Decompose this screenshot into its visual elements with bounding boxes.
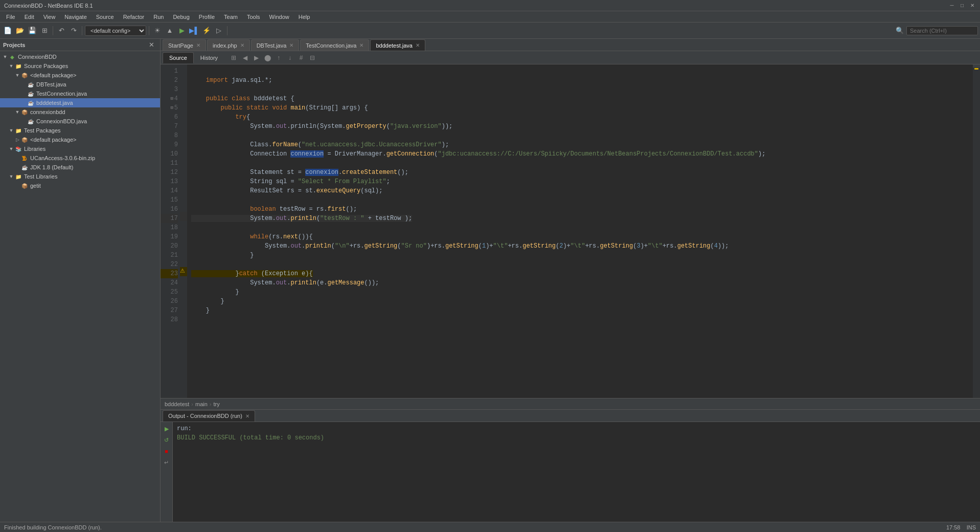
tree-arrow-test-packages[interactable]: ▼: [8, 128, 14, 133]
tree-item-connexionbdd[interactable]: ▼ ◆ ConnexionBDD: [0, 52, 160, 61]
tree-label-ucanaccess: UCanAccess-3.0.6-bin.zip: [30, 155, 95, 161]
config-selector[interactable]: <default config>: [85, 26, 146, 36]
tab-testconnection-close[interactable]: ✕: [359, 42, 363, 48]
output-sidebar: ▶ ↺ ■ ↵: [161, 422, 173, 522]
next-bookmark-icon[interactable]: ▶: [251, 53, 261, 63]
tree-arrow-connexionbdd[interactable]: ▼: [2, 54, 8, 59]
output-wrap-button[interactable]: ↵: [162, 458, 171, 467]
tree-label-test-packages: Test Packages: [24, 127, 61, 134]
tree-label-getit: getit: [30, 183, 41, 189]
open-project-button[interactable]: 📂: [14, 25, 26, 36]
output-run-button[interactable]: ▶: [162, 424, 171, 433]
tree-arrow-connexionbdd-pkg[interactable]: ▼: [14, 109, 20, 115]
bdddetest-icon: ☕: [27, 99, 35, 107]
tree-label-testconn: TestConnection.java: [36, 91, 87, 97]
projects-close-button[interactable]: ✕: [146, 39, 157, 51]
menu-tools[interactable]: Tools: [243, 13, 264, 21]
tree-arrow-test-libraries[interactable]: ▼: [8, 174, 14, 179]
breadcrumb-bdddetest[interactable]: bdddetest: [165, 401, 189, 407]
menu-refactor[interactable]: Refactor: [119, 13, 149, 21]
new-project-button[interactable]: 📄: [2, 25, 13, 36]
menu-file[interactable]: File: [2, 13, 19, 21]
tree-item-bdddetest[interactable]: ☕ bdddetest.java: [0, 98, 160, 107]
output-tab-run-close[interactable]: ✕: [245, 413, 249, 419]
tab-index-php[interactable]: index.php ✕: [207, 39, 250, 51]
maximize-button[interactable]: □: [959, 2, 966, 9]
prev-error-icon[interactable]: ↑: [274, 53, 284, 63]
tab-testconnection[interactable]: TestConnection.java ✕: [300, 39, 369, 51]
tab-bdddetest[interactable]: bdddetest.java ✕: [370, 39, 425, 51]
next-error-icon[interactable]: ↓: [285, 53, 295, 63]
tree-item-test-libraries[interactable]: ▼ 📁 Test Libraries: [0, 172, 160, 181]
fold-gutter: ⚠: [180, 64, 187, 398]
tree-arrow-source-packages[interactable]: ▼: [8, 63, 14, 69]
menu-edit[interactable]: Edit: [20, 13, 38, 21]
tab-index-php-close[interactable]: ✕: [240, 42, 244, 48]
toggle-linenum-icon[interactable]: #: [296, 53, 306, 63]
tab-dbtest[interactable]: DBTest.java ✕: [251, 39, 300, 51]
menu-debug[interactable]: Debug: [169, 13, 193, 21]
tab-startpage-close[interactable]: ✕: [196, 42, 200, 48]
tree-item-default-pkg2[interactable]: ▷ 📦 <default package>: [0, 135, 160, 144]
global-search-input[interactable]: [906, 26, 978, 35]
tree-item-test-packages[interactable]: ▼ 📁 Test Packages: [0, 126, 160, 135]
tree-item-dbtest[interactable]: ☕ DBTest.java: [0, 80, 160, 89]
tree-item-connexionbddjava[interactable]: ☕ ConnexionBDD.java: [0, 117, 160, 126]
code-content[interactable]: import java.sql.*; public class bdddetes…: [187, 64, 973, 398]
breadcrumb-try[interactable]: try: [214, 401, 220, 407]
redo-button[interactable]: ↷: [68, 25, 79, 36]
tree-label-connexionbdd: ConnexionBDD: [18, 54, 57, 60]
breadcrumb-main[interactable]: main: [195, 401, 208, 407]
tree-item-jdk[interactable]: ☕ JDK 1.8 (Default): [0, 163, 160, 172]
menu-help[interactable]: Help: [294, 13, 314, 21]
tree-item-source-packages[interactable]: ▼ 📁 Source Packages: [0, 61, 160, 71]
minimize-button[interactable]: ─: [948, 2, 955, 9]
tree-item-ucanaccess[interactable]: 🗜 UCanAccess-3.0.6-bin.zip: [0, 153, 160, 163]
status-message: Finished building ConnexionBDD (run).: [4, 524, 946, 530]
profile-button[interactable]: ⚡: [201, 25, 212, 36]
menu-view[interactable]: View: [39, 13, 60, 21]
split-icon[interactable]: ⊟: [307, 53, 317, 63]
tab-startpage-label: StartPage: [168, 42, 193, 49]
tree-arrow-default-pkg[interactable]: ▼: [14, 73, 20, 78]
prev-bookmark-icon[interactable]: ◀: [240, 53, 250, 63]
build-button[interactable]: ☀: [152, 25, 163, 36]
title-bar: ConnexionBDD - NetBeans IDE 8.1 ─ □ ✕: [0, 0, 980, 11]
tree-item-connexionbdd-pkg[interactable]: ▼ 📦 connexionbdd: [0, 107, 160, 117]
tab-startpage[interactable]: StartPage ✕: [163, 39, 206, 51]
save-all-button[interactable]: ⊞: [39, 25, 50, 36]
tree-item-testconnection[interactable]: ☕ TestConnection.java: [0, 89, 160, 98]
tree-arrow-libraries[interactable]: ▼: [8, 146, 14, 151]
tab-index-php-label: index.php: [213, 42, 237, 49]
test-button[interactable]: ▷: [213, 25, 224, 36]
menu-navigate[interactable]: Navigate: [60, 13, 90, 21]
output-stop-button[interactable]: ■: [162, 447, 171, 456]
menu-window[interactable]: Window: [265, 13, 293, 21]
clean-build-button[interactable]: ▲: [164, 25, 175, 36]
menu-profile[interactable]: Profile: [195, 13, 219, 21]
undo-button[interactable]: ↶: [56, 25, 67, 36]
close-button[interactable]: ✕: [969, 2, 976, 9]
app-title: ConnexionBDD - NetBeans IDE 8.1: [4, 3, 948, 9]
output-rerun-button[interactable]: ↺: [162, 435, 171, 445]
menu-team[interactable]: Team: [220, 13, 242, 21]
tree-item-default-pkg[interactable]: ▼ 📦 <default package>: [0, 71, 160, 80]
tree-arrow-default-pkg2[interactable]: ▷: [14, 137, 20, 142]
libraries-icon: 📚: [14, 145, 22, 153]
menu-source[interactable]: Source: [92, 13, 118, 21]
tree-item-getit[interactable]: 📦 getit: [0, 181, 160, 190]
tab-source[interactable]: Source: [163, 52, 194, 63]
save-button[interactable]: 💾: [27, 25, 38, 36]
run-button[interactable]: ▶: [176, 25, 188, 36]
output-tab-run[interactable]: Output - ConnexionBDD (run) ✕: [163, 410, 255, 422]
tab-history[interactable]: History: [194, 52, 224, 63]
tab-bdddetest-close[interactable]: ✕: [416, 42, 420, 48]
toggle-bookmark-icon[interactable]: ⊞: [229, 53, 239, 63]
debug-button[interactable]: ▶▌: [189, 25, 200, 36]
menu-run[interactable]: Run: [149, 13, 168, 21]
connexionbddjava-icon: ☕: [27, 117, 35, 125]
tree-item-libraries[interactable]: ▼ 📚 Libraries: [0, 144, 160, 153]
breadcrumb-sep2: ›: [210, 401, 212, 407]
tab-dbtest-close[interactable]: ✕: [289, 42, 293, 48]
toggle-breakpoint-icon[interactable]: ⬤: [262, 53, 272, 63]
